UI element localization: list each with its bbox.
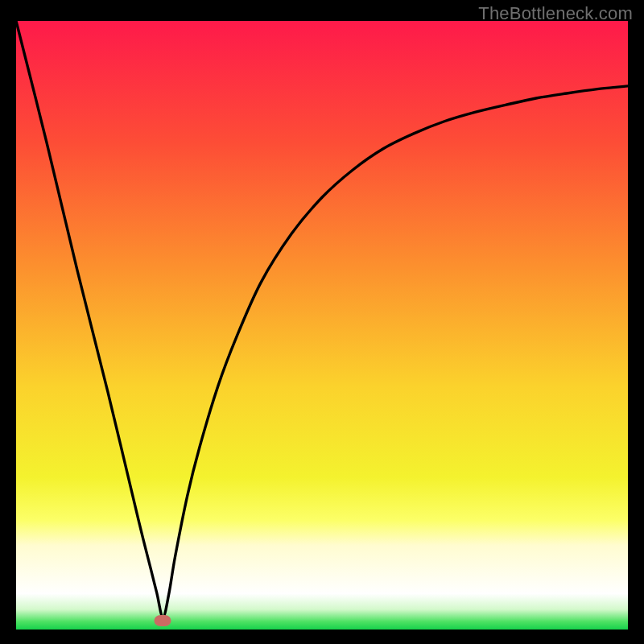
gradient-background	[16, 21, 628, 630]
chart-frame: TheBottleneck.com	[0, 0, 644, 644]
bottleneck-chart	[16, 21, 628, 630]
plot-area	[16, 21, 628, 630]
vertex-marker	[155, 615, 171, 626]
watermark-text: TheBottleneck.com	[478, 3, 633, 24]
